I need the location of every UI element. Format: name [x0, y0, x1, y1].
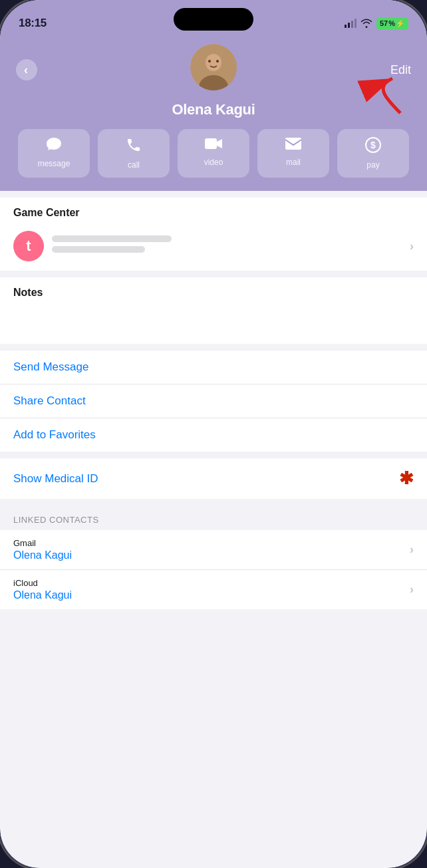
icloud-contact-row[interactable]: iCloud Olena Kagui › — [0, 570, 427, 609]
back-button[interactable]: ‹ — [16, 59, 37, 80]
icloud-provider: iCloud — [13, 578, 72, 588]
status-icons: 57% ⚡ — [345, 18, 408, 29]
dynamic-island — [174, 8, 253, 31]
svg-rect-5 — [205, 138, 217, 149]
game-avatar: t — [13, 231, 44, 261]
send-message-item[interactable]: Send Message — [0, 351, 427, 384]
gmail-provider: Gmail — [13, 538, 72, 548]
video-action-button[interactable]: video — [178, 129, 249, 178]
add-favorites-item[interactable]: Add to Favorites — [0, 418, 427, 452]
avatar-container — [190, 44, 237, 90]
mail-icon — [285, 137, 302, 154]
game-center-row[interactable]: t › — [0, 224, 427, 271]
medical-id-label: Show Medical ID — [13, 472, 98, 486]
notes-section: Notes — [0, 277, 427, 344]
bottom-spacer — [0, 616, 427, 643]
chevron-right-icon: › — [410, 239, 414, 253]
action-buttons: message call — [16, 129, 411, 178]
phone-screen: 18:15 57% ⚡ — [0, 0, 427, 868]
call-icon — [126, 137, 142, 157]
battery-lightning: ⚡ — [396, 19, 405, 28]
game-center-title: Game Center — [0, 198, 427, 224]
gmail-contact-row[interactable]: Gmail Olena Kagui › — [0, 530, 427, 570]
video-icon — [204, 137, 223, 154]
message-icon — [46, 137, 62, 156]
pay-action-button[interactable]: $ pay — [337, 129, 409, 178]
svg-point-3 — [208, 60, 211, 63]
svg-point-4 — [216, 60, 219, 63]
mail-label: mail — [286, 158, 301, 167]
contact-header: ‹ Edi — [0, 37, 427, 191]
call-action-button[interactable]: call — [98, 129, 170, 178]
notes-content — [0, 304, 427, 344]
game-info — [52, 235, 402, 257]
svg-point-1 — [206, 54, 221, 71]
edit-button[interactable]: Edit — [390, 63, 411, 77]
status-time: 18:15 — [19, 17, 47, 30]
header-nav: ‹ Edi — [16, 44, 411, 96]
call-label: call — [128, 160, 140, 170]
video-label: video — [204, 158, 223, 167]
message-label: message — [38, 159, 71, 168]
linked-contacts-section: LINKED CONTACTS Gmail Olena Kagui › iClo… — [0, 506, 427, 609]
signal-icon — [345, 19, 356, 28]
main-content[interactable]: Game Center t › Notes — [0, 191, 427, 865]
mail-action-button[interactable]: mail — [257, 129, 329, 178]
linked-contacts-list: Gmail Olena Kagui › iCloud Olena Kagui › — [0, 530, 427, 609]
notes-title: Notes — [0, 277, 427, 304]
phone-shell: 18:15 57% ⚡ — [0, 0, 427, 868]
pay-icon: $ — [365, 137, 381, 157]
svg-text:$: $ — [370, 140, 376, 150]
battery-indicator: 57% ⚡ — [376, 18, 408, 29]
svg-rect-6 — [285, 138, 301, 150]
medical-asterisk-icon: ✱ — [399, 468, 414, 489]
gmail-name: Olena Kagui — [13, 549, 72, 561]
contact-name: Olena Kagui — [172, 101, 255, 118]
action-links-section: Send Message Share Contact Add to Favori… — [0, 351, 427, 452]
blur-line-1 — [52, 235, 172, 242]
linked-contacts-header: LINKED CONTACTS — [0, 506, 427, 530]
pay-label: pay — [366, 160, 379, 170]
icloud-name: Olena Kagui — [13, 589, 72, 601]
message-action-button[interactable]: message — [18, 129, 90, 178]
icloud-chevron-icon: › — [410, 583, 414, 597]
blur-line-2 — [52, 246, 145, 253]
wifi-icon — [360, 19, 372, 28]
share-contact-item[interactable]: Share Contact — [0, 384, 427, 418]
gmail-chevron-icon: › — [410, 543, 414, 557]
back-chevron-icon: ‹ — [24, 63, 28, 77]
medical-id-item[interactable]: Show Medical ID ✱ — [0, 458, 427, 499]
avatar — [190, 44, 237, 90]
game-center-section: Game Center t › — [0, 198, 427, 271]
